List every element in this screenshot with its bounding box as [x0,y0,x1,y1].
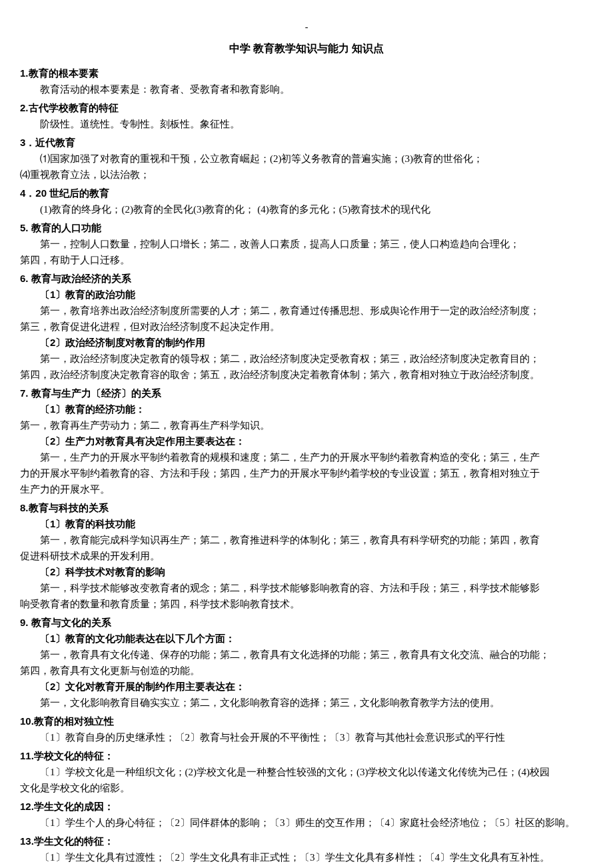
paragraph: 阶级性。道统性。专制性。刻板性。象征性。 [20,116,593,132]
paragraph: 第一，控制人口数量，控制人口增长；第二，改善人口素质，提高人口质量；第三，使人口… [20,236,593,252]
section-heading: 5. 教育的人口功能 [20,220,593,236]
page-title: 中学 教育教学知识与能力 知识点 [20,40,593,57]
paragraph: 〔1〕学生个人的身心特征；〔2〕同伴群体的影响；〔3〕师生的交互作用；〔4〕家庭… [20,815,593,831]
section-heading: 13.学生文化的特征： [20,833,593,849]
paragraph: 第一，教育培养出政治经济制度所需要的人才；第二，教育通过传播思想、形成舆论作用于… [20,303,593,319]
paragraph: 第一，生产力的开展水平制约着教育的规模和速度；第二，生产力的开展水平制约着教育构… [20,449,593,465]
paragraph: 第四，政治经济制度决定教育容的取舍；第五，政治经济制度决定着教育体制；第六，教育… [20,367,593,383]
paragraph: ⑴国家加强了对教育的重视和干预，公立教育崛起；(2)初等义务教育的普遍实施；(3… [20,151,593,167]
paragraph: 第四，教育具有文化更新与创造的功能。 [20,663,593,679]
paragraph: 第一，科学技术能够改变教育者的观念；第二，科学技术能够影响教育的容、方法和手段；… [20,580,593,596]
sub-heading: 〔2〕生产力对教育具有决定作用主要表达在： [20,433,593,449]
sub-heading: 〔1〕教育的政治功能 [20,287,593,303]
section-heading: 3．近代教育 [20,135,593,151]
sub-heading: 〔2〕政治经济制度对教育的制约作用 [20,335,593,351]
sub-heading: 〔1〕教育的文化功能表达在以下几个方面： [20,631,593,647]
section-heading: 2.古代学校教育的特征 [20,100,593,116]
paragraph: 促进科研技术成果的开发利用。 [20,548,593,564]
section-heading: 4．20 世纪后的教育 [20,185,593,201]
header-dash: - [20,20,593,35]
document-body: 1.教育的根本要素教育活动的根本要素是：教育者、受教育者和教育影响。2.古代学校… [20,65,593,868]
section-heading: 6. 教育与政治经济的关系 [20,271,593,287]
paragraph: 生产力的开展水平。 [20,481,593,497]
paragraph: 第一，政治经济制度决定教育的领导权；第二，政治经济制度决定受教育权；第三，政治经… [20,351,593,367]
paragraph: 〔1〕学校文化是一种组织文化；(2)学校文化是一种整合性较强的文化；(3)学校文… [20,764,593,780]
sub-heading: 〔1〕教育的经济功能： [20,401,593,417]
paragraph: 响受教育者的数量和教育质量；第四，科学技术影响教育技术。 [20,596,593,612]
paragraph: 〔1〕学生文化具有过渡性；〔2〕学生文化具有非正式性；〔3〕学生文化具有多样性；… [20,849,593,865]
paragraph: 第一，教育具有文化传递、保存的功能；第二，教育具有文化选择的功能；第三，教育具有… [20,647,593,663]
sub-heading: 〔2〕文化对教育开展的制约作用主要表达在： [20,679,593,695]
section-heading: 1.教育的根本要素 [20,65,593,81]
paragraph: 教育活动的根本要素是：教育者、受教育者和教育影响。 [20,81,593,97]
paragraph: 第一，教育再生产劳动力；第二，教育再生产科学知识。 [20,417,593,433]
section-heading: 8.教育与科技的关系 [20,500,593,516]
paragraph: (1)教育的终身化；(2)教育的全民化(3)教育的化； (4)教育的多元化；(5… [20,201,593,217]
paragraph: 第三，教育促进化进程，但对政治经济制度不起决定作用。 [20,319,593,335]
paragraph: 文化是学校文化的缩影。 [20,780,593,796]
paragraph: 第一，教育能完成科学知识再生产；第二，教育推进科学的体制化；第三，教育具有科学研… [20,532,593,548]
section-heading: 10.教育的相对独立性 [20,713,593,729]
paragraph: ⑷重视教育立法，以法治教； [20,167,593,183]
paragraph: 第一，文化影响教育目确实实立；第二，文化影响教育容的选择；第三，文化影响教育教学… [20,695,593,711]
section-heading: 12.学生文化的成因： [20,799,593,815]
section-heading: 7. 教育与生产力〔经济〕的关系 [20,385,593,401]
section-heading: 9. 教育与文化的关系 [20,615,593,631]
sub-heading: 〔2〕科学技术对教育的影响 [20,564,593,580]
section-heading: 11.学校文化的特征： [20,748,593,764]
paragraph: 〔1〕教育自身的历史继承性；〔2〕教育与社会开展的不平衡性；〔3〕教育与其他社会… [20,729,593,745]
sub-heading: 〔1〕教育的科技功能 [20,516,593,532]
paragraph: 第四，有助于人口迁移。 [20,252,593,268]
paragraph: 力的开展水平制约着教育的容、方法和手段；第四，生产力的开展水平制约着学校的专业设… [20,465,593,481]
